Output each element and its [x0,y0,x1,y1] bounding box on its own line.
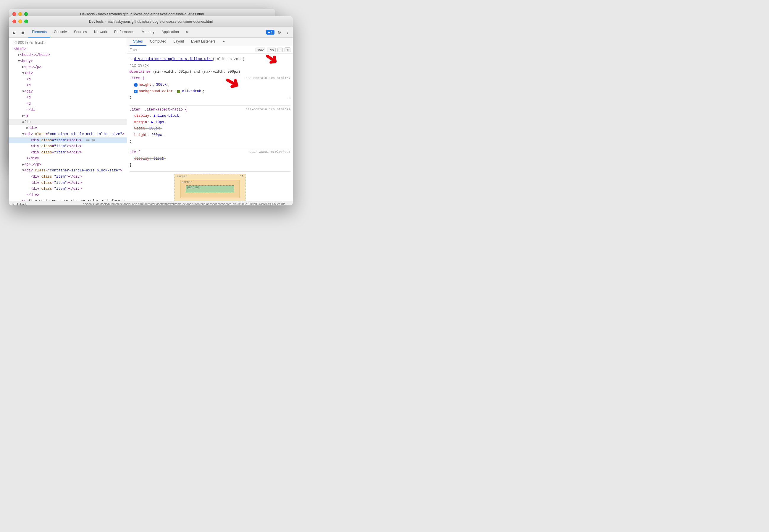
html-line[interactable]: </di [9,107,127,113]
style-tab-more-2[interactable]: » [219,38,228,46]
css-prop-height: ✓ height: 300px; [129,82,290,88]
css-block-open: .item { css-contain…ies.html:67 [129,75,290,82]
styles-panel-2: Styles Computed Layout Event Listeners »… [127,38,293,201]
status-bar-2: html › body devtools://devtools/bundled/… [9,201,293,205]
devtools-window-2: DevTools - mathiasbynens.github.io/css-d… [9,16,293,205]
html-line[interactable]: <div class="item"></div> [9,150,127,156]
html-line[interactable]: ▼<div class="container-single-axis block… [9,168,127,174]
title-bar-2: DevTools - mathiasbynens.github.io/css-d… [9,16,293,27]
html-line[interactable]: <div class="item"></div> [9,174,127,180]
html-line[interactable]: <div class="item"></div> [9,186,127,192]
html-line[interactable]: ▶<p>…</p> [9,64,127,70]
html-line[interactable]: ▶<div [9,125,127,131]
css-block-close-2: } [129,139,290,145]
tab-network-2[interactable]: Network [90,27,111,38]
html-line[interactable]: <html> [9,46,127,52]
html-line[interactable]: </div> [9,192,127,198]
tab-performance-2[interactable]: Performance [111,27,138,38]
css-subtext: 412.297px [129,63,290,69]
css-at-rule-2: @container (min-width: 601px) and (max-w… [129,69,290,75]
box-model-padding: padding [186,185,234,192]
style-tab-eventlisteners-2[interactable]: Event Listeners [187,38,219,46]
checkbox-height[interactable]: ✓ [134,83,137,87]
hov-btn-2[interactable]: :hov [255,48,265,52]
html-line[interactable]: <div class="item"></div> [9,180,127,186]
css-block-close-3: } [129,162,290,168]
html-line[interactable]: <d [9,101,127,107]
style-tab-styles-2[interactable]: Styles [129,38,146,46]
html-line[interactable]: afte [9,119,127,125]
css-block-close-1: } + [129,95,290,102]
styles-filter-row-2: :hov .cls + ◁ [127,46,293,54]
gear-icon-2[interactable]: ⚙ [276,29,283,36]
status-breadcrumb-html[interactable]: html [12,202,18,206]
tab-actions-2: ■ 1 ⚙ ⋮ [266,29,291,36]
html-line[interactable]: <d [9,82,127,89]
css-prop-height-strike: height: 200px; [129,132,290,139]
divider-1 [129,105,290,106]
devtools-tabs-2: ⬕ ▣ Elements Console Sources Network Per… [9,27,293,38]
style-tab-computed-2[interactable]: Computed [146,38,170,46]
filter-input-2[interactable] [129,48,253,52]
html-line[interactable]: ▶<p>…</p> [9,162,127,168]
window-title-1: DevTools - mathiasbynens.github.io/css-d… [80,12,204,16]
tab-memory-2[interactable]: Memory [138,27,158,38]
nav-icons-2: ⬕ ▣ [11,29,26,36]
box-model-section: margin 10 border - padding [129,171,290,201]
add-btn-2[interactable]: + [277,48,283,52]
chat-badge-2[interactable]: ■ 1 [266,30,274,35]
window-controls-2 [12,20,28,23]
close-panel-btn-2[interactable]: ◁ [284,47,290,52]
html-line[interactable]: ▼<div [9,70,127,77]
box-model-border: border - padding [180,180,240,198]
minimize-button-2[interactable] [18,20,22,23]
css-selector-with-badge: → div.container-single-axis.inline-size(… [129,56,290,63]
maximize-button-1[interactable] [24,12,28,16]
css-selector-item: .item, .item-aspect-ratio { css-contain…… [129,107,290,113]
box-icon-2[interactable]: ▣ [19,29,26,36]
html-line[interactable]: ▶<head>…</head> [9,52,127,58]
html-line[interactable]: ▼<body> [9,58,127,64]
html-panel-2[interactable]: <!DOCTYPE html> <html> ▶<head>…</head> ▼… [9,38,127,201]
css-rule-container: → div.container-single-axis.inline-size(… [129,56,290,102]
css-rule-div: div { user agent stylesheet display: blo… [129,149,290,168]
close-button-2[interactable] [12,20,16,23]
css-prop-display: display: inline-block; [129,113,290,119]
box-model-margin: margin 10 border - padding [174,174,245,201]
html-line[interactable]: <p>Size container: box changes color at … [9,198,127,201]
html-line[interactable]: ▶<S [9,113,127,119]
css-prop-bgcolor: ✓ background-color: olivedrab; [129,88,290,95]
box-model-visual: margin 10 border - padding [174,174,245,201]
tab-more-2[interactable]: » [182,27,192,38]
styles-content-2[interactable]: → div.container-single-axis.inline-size(… [127,54,293,201]
color-swatch-olivedrab[interactable] [177,90,180,93]
tab-sources-2[interactable]: Sources [70,27,90,38]
html-line[interactable]: <d [9,77,127,83]
style-tab-layout-2[interactable]: Layout [170,38,187,46]
css-selector-div: div { user agent stylesheet [129,149,290,156]
tab-console-2[interactable]: Console [50,27,70,38]
html-line[interactable]: </div> [9,155,127,162]
css-prop-display-strike: display: block; [129,156,290,162]
checkbox-bgcolor[interactable]: ✓ [134,90,137,93]
window-controls-1 [12,12,28,16]
close-button-1[interactable] [12,12,16,16]
html-line[interactable]: ▼<div class="container-single-axis inlin… [9,131,127,137]
more-icon-2[interactable]: ⋮ [284,29,291,36]
css-rule-item: .item, .item-aspect-ratio { css-contain…… [129,107,290,145]
css-selector-link-2[interactable]: div.container-single-axis.inline-size [134,57,212,61]
maximize-button-2[interactable] [24,20,28,23]
html-line[interactable]: ▼<div [9,89,127,95]
cls-btn-2[interactable]: .cls [267,48,276,52]
html-line-selected[interactable]: <div class="item"></div> == $0 [9,137,127,144]
css-prop-width-strike: width: 200px; [129,126,290,132]
minimize-button-1[interactable] [18,12,22,16]
status-breadcrumb-body[interactable]: body [20,202,27,206]
html-line[interactable]: <d [9,95,127,101]
tab-application-2[interactable]: Application [158,27,182,38]
html-line[interactable]: <div class="item"></div> [9,143,127,150]
filter-actions-2: :hov .cls + ◁ [255,47,290,52]
cursor-icon-2[interactable]: ⬕ [11,29,18,36]
html-line[interactable]: <!DOCTYPE html> [9,40,127,46]
tab-elements-2[interactable]: Elements [28,27,50,38]
